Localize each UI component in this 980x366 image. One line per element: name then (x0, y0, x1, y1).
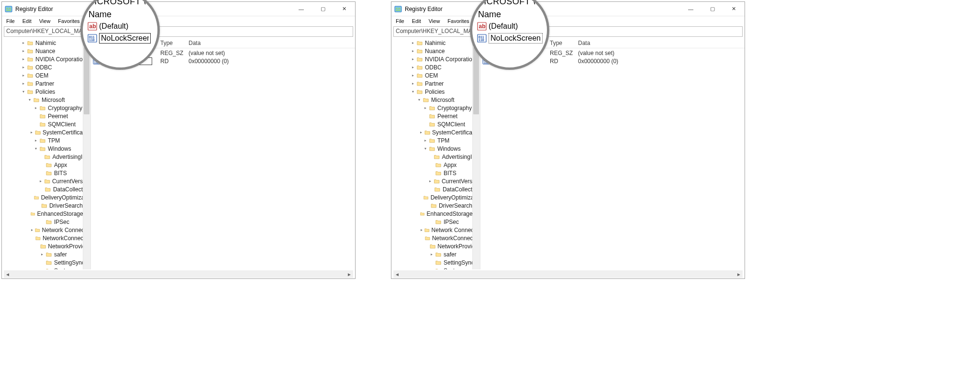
chevron-down-icon[interactable]: ▾ (410, 89, 416, 95)
scrollbar-thumb[interactable] (473, 47, 479, 114)
values-pane[interactable]: Name Type Data (Default) REG_SZ (value n… (480, 38, 745, 269)
tree-item[interactable]: ▸System (2, 266, 90, 269)
tree-item[interactable]: ▸ODBC (391, 63, 480, 71)
tree-item[interactable]: ▸OEM (391, 71, 480, 79)
chevron-right-icon[interactable]: ▸ (29, 130, 34, 135)
menu-favorites[interactable]: Favorites (444, 17, 472, 25)
tree-item[interactable]: ▸DriverSearching (391, 201, 480, 210)
minimize-button[interactable]: — (290, 2, 312, 16)
tree-item[interactable]: ▸SystemCertificates (391, 128, 480, 136)
tree-item[interactable]: ▸Nahimic (391, 39, 480, 47)
tree-item[interactable]: ▸Peernet (2, 112, 90, 120)
chevron-right-icon[interactable]: ▸ (410, 40, 416, 46)
tree-item[interactable]: ▸SettingSync (391, 258, 480, 266)
tree-item[interactable]: ▸DataCollection (2, 185, 90, 193)
column-header-data[interactable]: Data (187, 40, 355, 46)
chevron-right-icon[interactable]: ▸ (423, 138, 428, 144)
chevron-right-icon[interactable]: ▸ (21, 73, 26, 78)
tree-item[interactable]: ▾Windows (391, 144, 480, 153)
chevron-right-icon[interactable]: ▸ (423, 105, 428, 111)
chevron-right-icon[interactable]: ▸ (410, 65, 416, 70)
close-button[interactable]: ✕ (334, 2, 355, 16)
tree-item[interactable]: ▸Cryptography (391, 104, 480, 112)
chevron-right-icon[interactable]: ▸ (429, 252, 434, 257)
tree-item[interactable]: ▸safer (391, 250, 480, 258)
chevron-right-icon[interactable]: ▸ (420, 227, 424, 233)
close-button[interactable]: ✕ (723, 2, 745, 16)
tree-item[interactable]: ▾Windows (2, 144, 90, 153)
menu-view[interactable]: View (36, 17, 54, 25)
tree-item[interactable]: ▸BITS (2, 169, 90, 177)
tree-item[interactable]: ▸Nuance (2, 47, 90, 55)
chevron-right-icon[interactable]: ▸ (38, 178, 44, 184)
tree-item[interactable]: ▸Cryptography (2, 104, 90, 112)
tree-item[interactable]: ▸NetworkConnectivi (2, 234, 90, 242)
tree-item[interactable]: ▸CurrentVersion (391, 177, 480, 185)
chevron-right-icon[interactable]: ▸ (427, 178, 433, 184)
address-bar[interactable]: Computer\HKEY_LOCAL_MACHINE\SOFTW (4, 26, 353, 37)
chevron-right-icon[interactable]: ▸ (21, 48, 26, 54)
chevron-down-icon[interactable]: ▾ (33, 146, 39, 152)
tree-item[interactable]: ▸Appx (391, 161, 480, 169)
chevron-right-icon[interactable]: ▸ (21, 40, 26, 46)
chevron-right-icon[interactable]: ▸ (21, 81, 26, 87)
magnifier-rename-input[interactable] (99, 33, 151, 44)
tree-item[interactable]: ▾Microsoft (391, 96, 480, 104)
tree-item[interactable]: ▸SettingSync (2, 258, 90, 266)
tree-item[interactable]: ▸NetworkProvider (2, 242, 90, 250)
chevron-right-icon[interactable]: ▸ (30, 227, 34, 233)
tree-item[interactable]: ▸DriverSearching (2, 201, 90, 210)
tree-item[interactable]: ▸Nahimic (2, 39, 90, 47)
chevron-right-icon[interactable]: ▸ (410, 81, 416, 87)
tree-item[interactable]: ▾Policies (391, 88, 480, 96)
tree-item[interactable]: ▸Nuance (391, 47, 480, 55)
tree-item[interactable]: ▸CurrentVersion (2, 177, 90, 185)
chevron-right-icon[interactable]: ▸ (419, 130, 424, 135)
tree-item[interactable]: ▸BITS (391, 169, 480, 177)
tree-item[interactable]: ▸System (391, 266, 480, 269)
tree-item[interactable]: ▾Microsoft (2, 96, 90, 104)
tree-item[interactable]: ▸Network Connectio (2, 226, 90, 234)
menu-file[interactable]: File (392, 17, 408, 25)
chevron-right-icon[interactable]: ▸ (21, 56, 26, 62)
values-pane[interactable]: Name Type Data (Default) REG_SZ (value n… (91, 38, 355, 269)
tree-item[interactable]: ▸Partner (2, 79, 90, 88)
tree-item[interactable]: ▸AdvertisingInfo (2, 153, 90, 161)
scroll-right-icon[interactable]: ► (345, 270, 353, 278)
menu-edit[interactable]: Edit (19, 17, 35, 25)
tree-item[interactable]: ▸DeliveryOptimizatio (391, 193, 480, 201)
column-header-type[interactable]: Type (550, 40, 576, 46)
tree-item[interactable]: ▸ODBC (2, 63, 90, 71)
maximize-button[interactable]: ▢ (702, 2, 723, 16)
column-header-data[interactable]: Data (576, 40, 745, 46)
menu-view[interactable]: View (425, 17, 444, 25)
scroll-left-icon[interactable]: ◄ (393, 270, 401, 278)
tree-item[interactable]: ▸EnhancedStorageDe (2, 210, 90, 218)
tree-item[interactable]: ▸IPSec (2, 218, 90, 226)
titlebar[interactable]: Registry Editor — ▢ ✕ (391, 2, 745, 16)
tree-item[interactable]: ▸SQMClient (391, 120, 480, 128)
tree-vertical-scrollbar[interactable] (472, 38, 480, 269)
tree-item[interactable]: ▸TPM (2, 136, 90, 144)
tree-item[interactable]: ▸OEM (2, 71, 90, 79)
titlebar[interactable]: Registry Editor — ▢ ✕ (2, 2, 355, 16)
column-header-type[interactable]: Type (160, 40, 187, 46)
chevron-down-icon[interactable]: ▾ (21, 89, 26, 95)
chevron-right-icon[interactable]: ▸ (410, 48, 416, 54)
scroll-right-icon[interactable]: ► (735, 270, 743, 278)
tree-item[interactable]: ▸TPM (391, 136, 480, 144)
tree-item[interactable]: ▸EnhancedStorageDe (391, 210, 480, 218)
tree-item[interactable]: ▸Network Connectio (391, 226, 480, 234)
tree-item[interactable]: ▸DeliveryOptimizatio (2, 193, 90, 201)
horizontal-scrollbar[interactable]: ◄ ► (4, 270, 353, 278)
tree-item[interactable]: ▸safer (2, 250, 90, 258)
tree-item[interactable]: ▸SQMClient (2, 120, 90, 128)
tree-item[interactable]: ▸Peernet (391, 112, 480, 120)
tree-item[interactable]: ▸NVIDIA Corporation (391, 55, 480, 63)
tree-item[interactable]: ▾Policies (2, 88, 90, 96)
chevron-down-icon[interactable]: ▾ (416, 97, 422, 103)
chevron-right-icon[interactable]: ▸ (410, 56, 416, 62)
chevron-down-icon[interactable]: ▾ (423, 146, 428, 152)
tree-item[interactable]: ▸NetworkProvider (391, 242, 480, 250)
tree-pane[interactable]: ▸Nahimic▸Nuance▸NVIDIA Corporation▸ODBC▸… (2, 38, 91, 269)
